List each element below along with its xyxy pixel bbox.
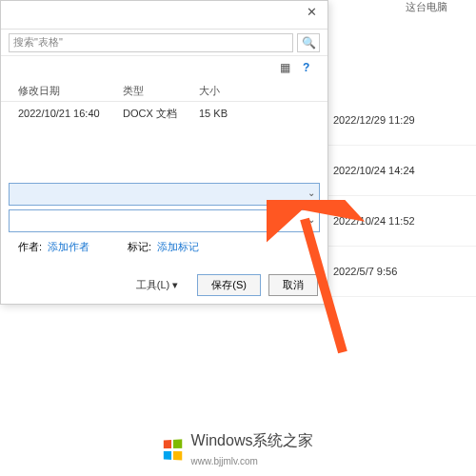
column-type[interactable]: 类型 — [115, 84, 191, 98]
dialog-titlebar: ✕ — [1, 1, 327, 30]
cancel-button[interactable]: 取消 — [268, 274, 318, 296]
background-file-list: 这台电脑 2022/12/29 11:29 2022/10/24 14:24 2… — [305, 0, 476, 381]
windows-logo-icon — [163, 439, 184, 461]
chevron-down-icon[interactable]: ⌄ — [307, 214, 315, 225]
search-input[interactable]: 搜索"表格" — [9, 33, 293, 52]
file-date: 2022/10/21 16:40 — [10, 108, 115, 119]
file-size: 15 KB — [191, 108, 248, 119]
column-headers: 修改日期 类型 大小 — [1, 81, 327, 102]
search-icon[interactable]: 🔍 — [297, 33, 320, 52]
save-button[interactable]: 保存(S) — [197, 274, 261, 296]
view-icon[interactable]: ▦ — [280, 61, 295, 76]
watermark-url: www.bjjmlv.com — [191, 456, 258, 466]
search-bar: 搜索"表格" 🔍 — [1, 30, 327, 56]
background-item[interactable]: 2022/12/29 11:29 — [305, 95, 476, 146]
author-label: 作者: — [18, 240, 42, 254]
column-size[interactable]: 大小 — [191, 84, 248, 98]
background-item[interactable]: 2022/10/24 11:52 — [305, 196, 476, 247]
file-type: DOCX 文档 — [115, 107, 191, 121]
background-item[interactable]: 2022/10/24 14:24 — [305, 146, 476, 196]
close-button[interactable]: ✕ — [303, 5, 320, 22]
add-tag-link[interactable]: 添加标记 — [157, 240, 199, 254]
chevron-down-icon[interactable]: ⌄ — [307, 188, 315, 198]
filename-input[interactable]: ⌄ — [9, 183, 320, 206]
dialog-toolbar: ▦ ? — [1, 56, 327, 81]
watermark-title: Windows系统之家 — [191, 432, 314, 448]
dialog-buttons: 工具(L) ▾ 保存(S) 取消 — [136, 274, 318, 296]
background-item[interactable]: 2022/5/7 9:56 — [305, 247, 476, 297]
chevron-down-icon: ▾ — [172, 279, 178, 290]
help-icon[interactable]: ? — [303, 61, 318, 76]
watermark: Windows系统之家 www.bjjmlv.com — [0, 431, 476, 468]
tools-dropdown[interactable]: 工具(L) ▾ — [136, 278, 179, 292]
tag-label: 标记: — [128, 240, 151, 254]
metadata-row: 作者: 添加作者 标记: 添加标记 — [9, 236, 320, 258]
filetype-dropdown[interactable]: ⌄ — [9, 209, 320, 232]
background-header-fragment: 这台电脑 — [406, 0, 447, 14]
save-dialog: ✕ 搜索"表格" 🔍 ▦ ? 修改日期 类型 大小 2022/10/21 16:… — [0, 0, 328, 305]
add-author-link[interactable]: 添加作者 — [48, 240, 89, 254]
column-date[interactable]: 修改日期 — [10, 84, 115, 98]
filename-section: ⌄ ⌄ 作者: 添加作者 标记: 添加标记 — [9, 183, 320, 258]
file-row[interactable]: 2022/10/21 16:40 DOCX 文档 15 KB — [1, 102, 327, 125]
